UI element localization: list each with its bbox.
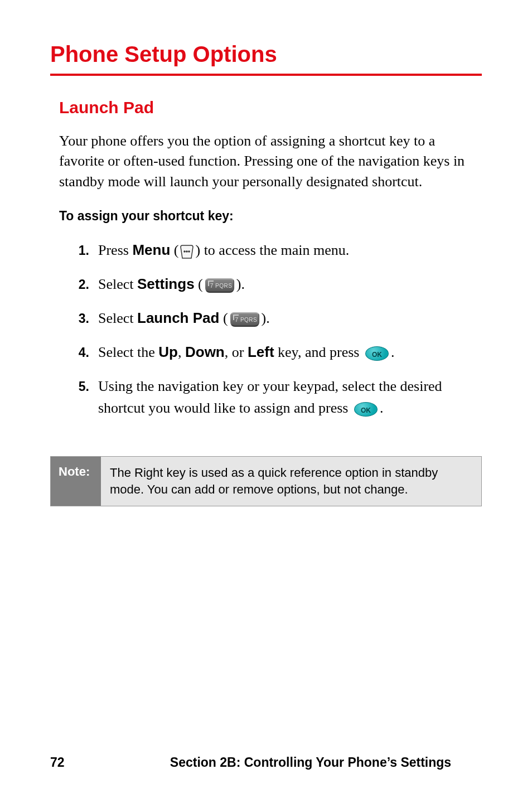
key-label: 7 PQRS [235,316,258,324]
page-number: 72 [50,755,139,770]
text-segment: Select [98,276,137,292]
text-segment: Using the navigation key or your keypad,… [98,378,442,416]
step-2: 2. Select Settings (7 PQRS). [72,273,482,295]
step-number: 2. [72,273,98,294]
svg-point-2 [188,250,191,253]
step-4: 4. Select the Up, Down, or Left key, and… [72,341,482,363]
ok-icon: OK [365,346,389,361]
text-segment: , or [225,344,248,360]
svg-point-1 [186,250,188,253]
note-text: The Right key is used as a quick referen… [101,457,481,505]
intro-paragraph: Your phone offers you the option of assi… [59,131,482,192]
step-text: Select the Up, Down, or Left key, and pr… [98,341,482,363]
steps-list: 1. Press Menu () to access the main menu… [72,239,482,431]
text-segment: . [391,344,395,360]
text-segment: ( [195,276,203,292]
text-segment: Select [98,310,137,326]
step-text: Using the navigation key or your keypad,… [98,375,482,419]
bold-menu: Menu [132,241,170,258]
step-number: 5. [72,375,98,396]
key-label: 7 PQRS [210,282,233,290]
step-text: Select Settings (7 PQRS). [98,273,482,295]
ok-icon: OK [354,402,378,417]
text-segment: ). [236,276,245,292]
key-7-icon: 7 PQRS [205,278,234,293]
text-segment: . [380,400,384,416]
step-text: Press Menu () to access the main menu. [98,239,482,261]
section-heading-launch-pad: Launch Pad [59,98,482,117]
note-box: Note: The Right key is used as a quick r… [50,456,482,506]
step-number: 4. [72,341,98,362]
text-segment: Select the [98,344,158,360]
footer-section-title: Section 2B: Controlling Your Phone’s Set… [139,755,482,770]
bold-launch-pad: Launch Pad [137,309,219,326]
step-number: 3. [72,307,98,328]
text-segment: key, and press [274,344,363,360]
ok-label: OK [355,405,377,415]
bold-down: Down [185,344,225,360]
step-text: Select Launch Pad (7 PQRS). [98,307,482,329]
page-footer: 72 Section 2B: Controlling Your Phone’s … [50,755,482,770]
dots-icon [179,244,195,259]
text-segment: Press [98,242,132,258]
manual-page: Phone Setup Options Launch Pad Your phon… [0,0,532,798]
text-segment: ( [219,310,228,326]
bold-up: Up [158,344,178,360]
key-7-icon: 7 PQRS [230,312,259,327]
step-1: 1. Press Menu () to access the main menu… [72,239,482,261]
step-5: 5. Using the navigation key or your keyp… [72,375,482,419]
page-title: Phone Setup Options [50,42,482,76]
bold-left: Left [248,344,274,360]
ok-label: OK [366,350,388,360]
text-segment: ) to access the main menu. [195,242,349,258]
text-segment: ( [170,242,178,258]
step-number: 1. [72,239,98,260]
step-3: 3. Select Launch Pad (7 PQRS). [72,307,482,329]
sub-heading: To assign your shortcut key: [59,209,482,224]
text-segment: ). [262,310,270,326]
bold-settings: Settings [137,275,195,292]
svg-point-0 [184,250,186,253]
text-segment: , [178,344,185,360]
note-label: Note: [51,457,101,505]
